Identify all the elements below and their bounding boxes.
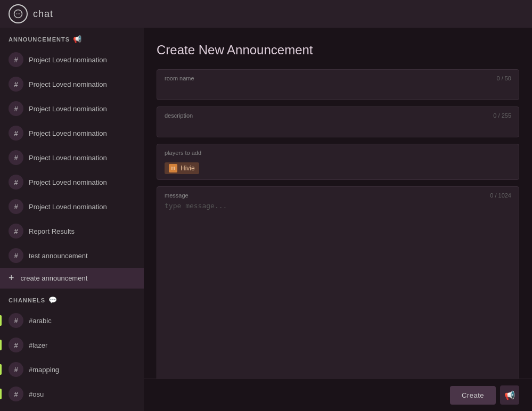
channel-label: #osu [29,390,44,398]
megaphone-footer-icon: 📢 [504,390,515,400]
message-label: message [165,192,189,199]
room-name-input[interactable] [165,86,511,94]
sidebar-item-lazer[interactable]: # #lazer [0,333,144,357]
sidebar-item-taiko[interactable]: # #taiko [0,406,144,411]
content-inner: Create New Announcement room name 0 / 50… [144,28,532,379]
player-name: Hivie [181,165,195,172]
active-indicator [0,315,2,326]
list-item[interactable]: # Project Loved nomination [0,145,144,170]
announcement-label: Project Loved nomination [29,203,107,211]
sidebar-item-osu[interactable]: # #osu [0,382,144,406]
hash-icon: # [9,338,23,352]
message-label-row: message 0 / 1024 [165,192,511,199]
hash-icon: # [9,362,23,377]
create-button[interactable]: Create [450,386,496,405]
hash-icon: # [9,248,23,263]
svg-point-2 [18,13,19,14]
announcement-label: Project Loved nomination [29,129,107,137]
announcements-header: ANNOUNCEMENTS 📢 [0,28,144,47]
room-name-label: room name [165,75,194,81]
hash-icon: # [9,224,23,239]
chat-icon [9,4,28,23]
hash-icon: # [9,126,23,141]
main-layout: ANNOUNCEMENTS 📢 # Project Loved nominati… [0,28,532,411]
page-title: Create New Announcement [157,43,519,57]
hash-icon: # [9,101,23,116]
list-item[interactable]: # Project Loved nomination [0,170,144,194]
room-name-field: room name 0 / 50 [157,69,519,100]
channels-header: CHANNELS 💬 [0,289,144,308]
sidebar-item-mapping[interactable]: # #mapping [0,357,144,382]
channels-label: CHANNELS [9,297,45,303]
players-label-row: players to add [165,150,511,156]
list-item[interactable]: # Project Loved nomination [0,47,144,72]
sidebar: ANNOUNCEMENTS 📢 # Project Loved nominati… [0,28,144,411]
sidebar-item-arabic[interactable]: # #arabic [0,308,144,333]
player-tag[interactable]: H Hivie [165,162,199,174]
hash-icon: # [9,52,23,67]
app-title: chat [33,9,53,20]
active-indicator [0,389,2,399]
room-name-label-row: room name 0 / 50 [165,75,511,81]
announcement-label: Project Loved nomination [29,56,107,64]
hash-icon: # [9,199,23,214]
plus-icon: + [9,273,14,284]
announcement-label: Project Loved nomination [29,80,107,88]
player-avatar: H [169,164,177,172]
hash-icon: # [9,387,23,401]
message-counter: 0 / 1024 [490,192,511,199]
megaphone-button[interactable]: 📢 [500,385,519,405]
message-field: message 0 / 1024 [157,186,519,379]
topbar: chat [0,0,532,28]
svg-point-1 [16,13,17,14]
list-item[interactable]: # test announcement [0,243,144,268]
hash-icon: # [9,77,23,92]
announcements-label: ANNOUNCEMENTS [9,36,70,43]
create-announcement-label: create announcement [21,274,88,282]
announcement-label: Project Loved nomination [29,178,107,186]
hash-icon: # [9,150,23,165]
announcement-label: test announcement [29,252,88,260]
list-item[interactable]: # Project Loved nomination [0,121,144,145]
create-announcement-item[interactable]: + create announcement [0,268,144,289]
message-input[interactable] [165,202,511,314]
content-footer: Create 📢 [144,379,532,411]
description-label: description [165,112,193,119]
announcement-label: Project Loved nomination [29,154,107,162]
description-input[interactable] [165,123,511,131]
list-item[interactable]: # Project Loved nomination [0,72,144,96]
svg-point-3 [19,13,20,14]
description-counter: 0 / 255 [493,112,511,119]
channel-label: #mapping [29,366,59,374]
list-item[interactable]: # Report Results [0,219,144,243]
content-area: Create New Announcement room name 0 / 50… [144,28,532,411]
active-indicator [0,340,2,350]
hash-icon: # [9,175,23,190]
active-indicator [0,364,2,375]
players-field[interactable]: players to add H Hivie [157,144,519,180]
list-item[interactable]: # Project Loved nomination [0,96,144,121]
room-name-counter: 0 / 50 [496,75,511,81]
announcement-label: Report Results [29,227,75,235]
megaphone-icon: 📢 [73,35,82,43]
description-field: description 0 / 255 [157,106,519,137]
announcement-label: Project Loved nomination [29,105,107,113]
list-item[interactable]: # Project Loved nomination [0,194,144,219]
players-label: players to add [165,150,201,156]
channel-label: #arabic [29,317,52,325]
chat-bubble-icon: 💬 [48,296,58,304]
description-label-row: description 0 / 255 [165,112,511,119]
channel-label: #lazer [29,341,47,349]
hash-icon: # [9,313,23,328]
